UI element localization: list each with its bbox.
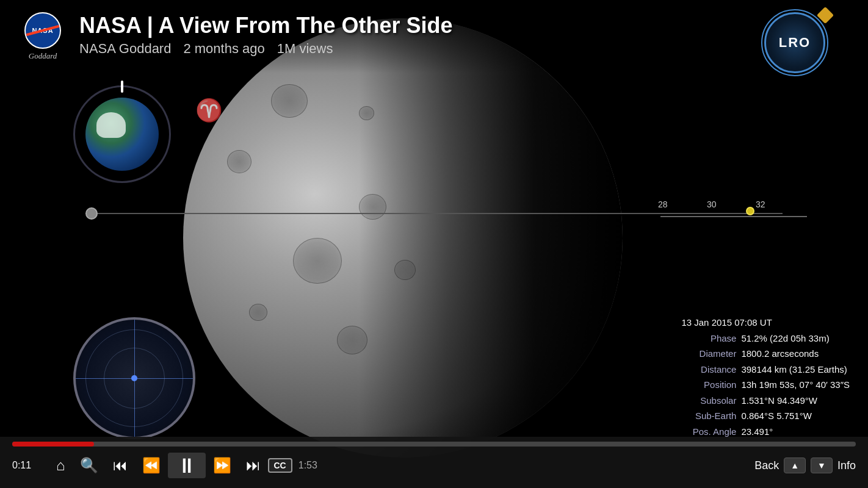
progress-bar[interactable] <box>12 442 856 447</box>
goddard-label: Goddard <box>29 51 57 61</box>
video-container: Goddard NASA | A View From The Other Sid… <box>0 0 868 488</box>
timeline-seg-28: 28 <box>660 210 709 223</box>
info-label-subsolar: Subsolar <box>681 393 736 409</box>
timeline-line-30 <box>709 216 758 217</box>
timeline-current-indicator <box>746 207 754 215</box>
next-chapter-button[interactable]: ⏭ <box>239 458 268 473</box>
lro-logo: LRO <box>764 12 831 79</box>
earth-indicator <box>121 81 123 93</box>
timeline-seg-32: 32 <box>758 210 807 223</box>
nasa-logos: Goddard <box>18 12 67 61</box>
view-count: 1M views <box>277 41 333 57</box>
back-label: Back <box>754 459 779 472</box>
right-timeline: 28 30 32 <box>660 210 807 223</box>
back-up-button[interactable]: ▲ <box>784 458 806 473</box>
info-row-subearth: Sub-Earth 0.864°S 5.751°W <box>681 408 850 424</box>
timeline-line-32 <box>758 216 807 217</box>
info-value-phase: 51.2% (22d 05h 33m) <box>741 331 829 346</box>
info-date: 13 Jan 2015 07:08 UT <box>681 315 772 331</box>
info-label-distance: Distance <box>681 362 736 378</box>
pause-button[interactable]: ⏸ <box>168 453 206 478</box>
info-row-phase: Phase 51.2% (22d 05h 33m) <box>681 331 850 346</box>
moon-visual <box>183 18 623 458</box>
info-value-distance: 398144 km (31.25 Earths) <box>741 362 847 378</box>
info-row-diameter: Diameter 1800.2 arcseconds <box>681 346 850 362</box>
controls-row: 0:11 ⌂ 🔍 ⏮ ⏪ ⏸ ⏩ ⏭ CC 1:53 Back ▲ <box>12 453 856 478</box>
total-time-display: 1:53 <box>298 460 317 471</box>
instrument-view <box>73 317 195 439</box>
timeline-label-32: 32 <box>756 199 765 209</box>
lro-label: LRO <box>779 35 811 51</box>
info-label-position: Position <box>681 377 736 393</box>
info-label-phase: Phase <box>681 331 736 346</box>
instrument-circle <box>73 317 195 439</box>
earth-visual <box>85 98 159 171</box>
info-value-subsolar: 1.531°N 94.349°W <box>741 393 817 409</box>
home-button[interactable]: ⌂ <box>49 458 73 473</box>
time-ago: 2 months ago <box>183 41 264 57</box>
earth-ring <box>73 85 171 183</box>
video-title: NASA | A View From The Other Side <box>79 12 850 38</box>
info-row-position: Position 13h 19m 53s, 07° 40′ 33″S <box>681 377 850 393</box>
navigation-section: Back ▲ ▼ Info <box>754 458 856 473</box>
back-down-button[interactable]: ▼ <box>811 458 833 473</box>
info-label-diameter: Diameter <box>681 346 736 362</box>
video-meta: NASA Goddard 2 months ago 1M views <box>79 41 850 57</box>
header-overlay: Goddard NASA | A View From The Other Sid… <box>0 0 868 73</box>
fastforward-button[interactable]: ⏩ <box>206 458 239 473</box>
info-value-subearth: 0.864°S 5.751°W <box>741 408 811 424</box>
info-value-diameter: 1800.2 arcseconds <box>741 346 819 362</box>
info-value-position: 13h 19m 53s, 07° 40′ 33″S <box>741 377 850 393</box>
channel-name: NASA Goddard <box>79 41 171 57</box>
info-label-subearth: Sub-Earth <box>681 408 736 424</box>
search-button[interactable]: 🔍 <box>73 458 106 473</box>
timeline-line-28 <box>660 216 709 217</box>
cc-button[interactable]: CC <box>268 458 292 473</box>
earth-globe <box>73 85 171 183</box>
rewind-button[interactable]: ⏪ <box>135 458 168 473</box>
info-row-date: 13 Jan 2015 07:08 UT <box>681 315 850 331</box>
info-row-subsolar: Subsolar 1.531°N 94.349°W <box>681 393 850 409</box>
info-row-distance: Distance 398144 km (31.25 Earths) <box>681 362 850 378</box>
crosshair-dot <box>131 375 137 381</box>
timeline-seg-30: 30 <box>709 210 758 223</box>
info-panel: 13 Jan 2015 07:08 UT Phase 51.2% (22d 05… <box>681 315 850 439</box>
progress-fill <box>12 442 94 447</box>
prev-chapter-button[interactable]: ⏮ <box>106 458 135 473</box>
aries-symbol: ♈ <box>195 98 223 123</box>
info-label: Info <box>837 459 856 472</box>
title-block: NASA | A View From The Other Side NASA G… <box>79 12 850 57</box>
nasa-logo <box>24 12 61 49</box>
controls-bar: 0:11 ⌂ 🔍 ⏮ ⏪ ⏸ ⏩ ⏭ CC 1:53 Back ▲ <box>0 437 868 488</box>
orbit-dot <box>85 207 98 220</box>
current-time-display: 0:11 <box>12 460 49 471</box>
timeline-label-30: 30 <box>707 199 717 209</box>
timeline-label-28: 28 <box>658 199 668 209</box>
